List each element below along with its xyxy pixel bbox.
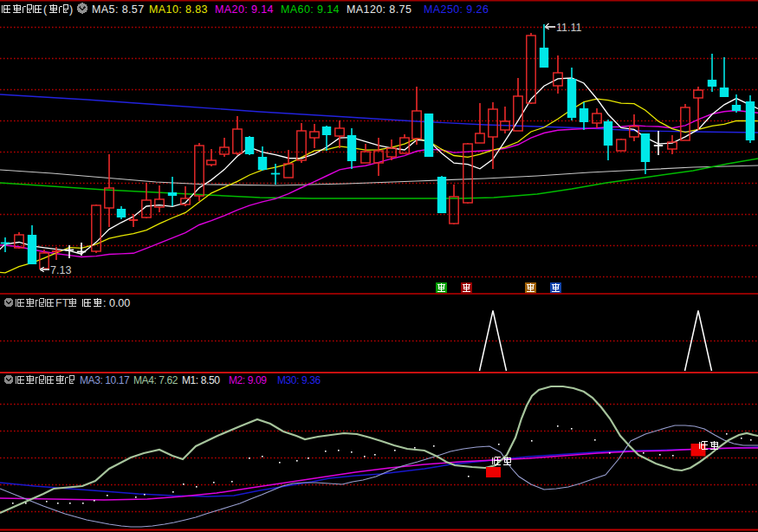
svg-text:11.11: 11.11 bbox=[556, 22, 581, 34]
svg-text:): ) bbox=[69, 3, 73, 16]
svg-text:MA3: 10.17: MA3: 10.17 bbox=[80, 374, 130, 386]
svg-text:MA10: 8.83: MA10: 8.83 bbox=[149, 3, 208, 16]
svg-text:M2: 9.09: M2: 9.09 bbox=[229, 374, 267, 386]
svg-text:MA4: 7.62: MA4: 7.62 bbox=[133, 374, 178, 386]
svg-text:7.13: 7.13 bbox=[50, 264, 71, 276]
svg-text:: 0.00: : 0.00 bbox=[103, 297, 130, 309]
svg-text:M1: 8.50: M1: 8.50 bbox=[182, 374, 220, 386]
svg-text:MA5: 8.57: MA5: 8.57 bbox=[92, 3, 145, 16]
svg-text:MA250: 9.26: MA250: 9.26 bbox=[424, 3, 489, 16]
svg-text:MA20: 9.14: MA20: 9.14 bbox=[215, 3, 274, 16]
svg-text:MA60: 9.14: MA60: 9.14 bbox=[281, 3, 340, 16]
svg-text:M30: 9.36: M30: 9.36 bbox=[277, 374, 321, 386]
svg-text:MA120: 8.75: MA120: 8.75 bbox=[347, 3, 411, 16]
svg-text:FT: FT bbox=[55, 297, 69, 309]
